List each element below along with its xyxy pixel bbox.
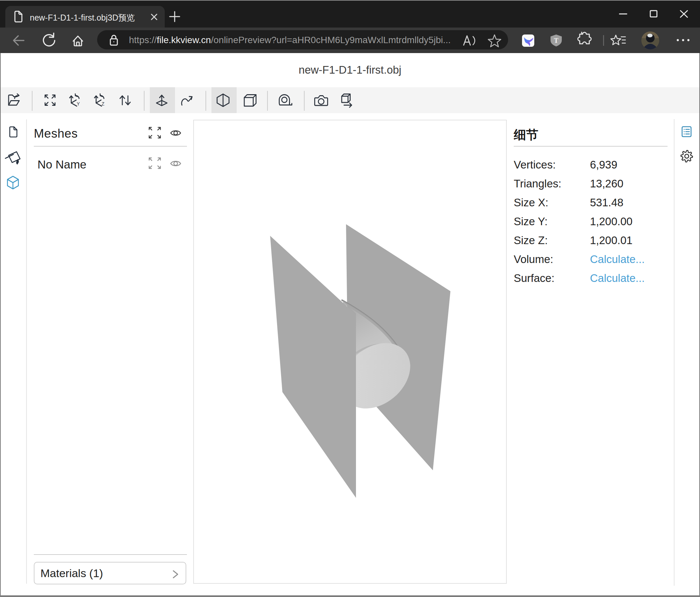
svg-text:Y: Y [77, 101, 80, 106]
svg-text:Z: Z [102, 101, 105, 106]
